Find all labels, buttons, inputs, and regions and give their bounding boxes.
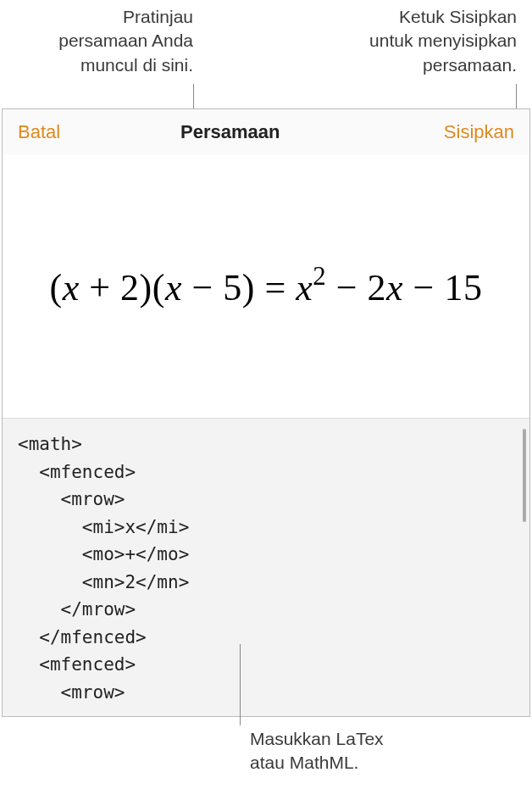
callout-input-line [240, 644, 241, 725]
callout-insert: Ketuk Sisipkanuntuk menyisipkanpersamaan… [296, 5, 517, 77]
equation-preview: (x + 2)(x − 5) = x2 − 2x − 15 [50, 264, 483, 309]
scroll-indicator[interactable] [523, 429, 526, 522]
code-input[interactable]: <math> <mfenced> <mrow> <mi>x</mi> <mo>+… [3, 418, 529, 716]
equation-editor-window: Batal Persamaan Sisipkan (x + 2)(x − 5) … [2, 108, 530, 717]
callout-input: Masukkan LaTexatau MathML. [250, 727, 504, 775]
toolbar-title: Persamaan [180, 121, 280, 143]
callout-preview: Pratinjaupersamaan Andamuncul di sini. [7, 5, 193, 77]
code-content: <math> <mfenced> <mrow> <mi>x</mi> <mo>+… [18, 434, 189, 703]
insert-button[interactable]: Sisipkan [444, 121, 514, 143]
equation-preview-pane: (x + 2)(x − 5) = x2 − 2x − 15 [3, 155, 529, 418]
toolbar: Batal Persamaan Sisipkan [3, 109, 529, 155]
cancel-button[interactable]: Batal [18, 121, 60, 143]
